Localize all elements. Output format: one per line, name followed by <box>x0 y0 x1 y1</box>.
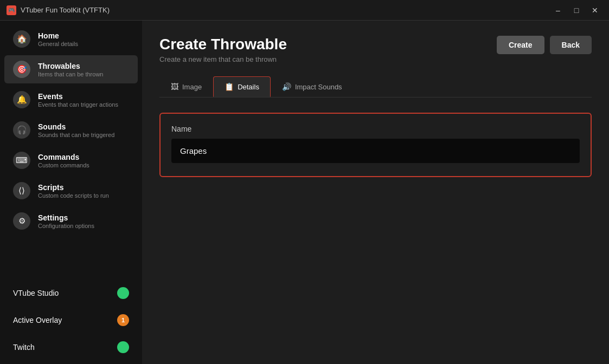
impact-sounds-tab-label: Impact Sounds <box>295 83 342 91</box>
name-label: Name <box>171 125 580 133</box>
sidebar-item-scripts[interactable]: ⟨⟩ Scripts Custom code scripts to run <box>4 177 138 205</box>
sidebar-item-twitch[interactable]: Twitch <box>4 335 138 360</box>
content-area: Create Throwable Create a new item that … <box>142 21 609 364</box>
sidebar-desc-home: General details <box>38 41 78 47</box>
back-button[interactable]: Back <box>550 36 592 54</box>
create-button[interactable]: Create <box>497 36 544 54</box>
name-input[interactable] <box>171 139 580 163</box>
image-tab-label: Image <box>182 83 202 91</box>
minimize-button[interactable]: – <box>550 4 566 16</box>
throwables-icon: 🎯 <box>13 61 30 78</box>
close-button[interactable]: ✕ <box>587 4 602 16</box>
app-icon: 🎮 <box>7 5 16 15</box>
sidebar-label-home: Home <box>38 31 78 40</box>
impact-sounds-tab-icon: 🔊 <box>282 82 291 91</box>
header-buttons: Create Back <box>497 36 592 54</box>
sidebar-item-home[interactable]: 🏠 Home General details <box>4 25 138 53</box>
twitch-status <box>117 341 129 353</box>
maximize-button[interactable]: □ <box>569 4 584 16</box>
title-bar-left: 🎮 VTuber Fun ToolKit (VTFTK) <box>7 5 110 15</box>
events-icon: 🔔 <box>13 91 30 108</box>
sidebar-label-settings: Settings <box>38 213 94 222</box>
details-tab-icon: 📋 <box>225 82 234 91</box>
sidebar-item-vtube-studio[interactable]: VTube Studio <box>4 281 138 306</box>
sidebar-item-active-overlay[interactable]: Active Overlay 1 <box>4 308 138 333</box>
app-title: VTuber Fun ToolKit (VTFTK) <box>21 6 110 14</box>
sidebar-desc-commands: Custom commands <box>38 162 89 168</box>
vtube-studio-label: VTube Studio <box>13 289 59 297</box>
sidebar-item-commands[interactable]: ⌨ Commands Custom commands <box>4 146 138 174</box>
sidebar-item-events[interactable]: 🔔 Events Events that can trigger actions <box>4 86 138 114</box>
image-tab-icon: 🖼 <box>171 82 178 91</box>
tab-image[interactable]: 🖼 Image <box>159 76 213 97</box>
name-form-group: Name <box>159 113 592 177</box>
tab-details[interactable]: 📋 Details <box>213 76 271 97</box>
sidebar-desc-settings: Configuration options <box>38 223 94 229</box>
active-overlay-label: Active Overlay <box>13 316 62 324</box>
twitch-label: Twitch <box>13 343 35 352</box>
sidebar: 🏠 Home General details 🎯 Throwables Item… <box>0 21 142 364</box>
tabs-bar: 🖼 Image 📋 Details 🔊 Impact Sounds <box>159 76 592 98</box>
vtube-studio-status <box>117 287 129 299</box>
home-icon: 🏠 <box>13 30 30 48</box>
settings-icon: ⚙ <box>13 212 30 230</box>
sidebar-label-scripts: Scripts <box>38 183 109 192</box>
sidebar-desc-events: Events that can trigger actions <box>38 101 118 108</box>
sidebar-label-sounds: Sounds <box>38 122 114 131</box>
sidebar-desc-throwables: Items that can be thrown <box>38 71 103 77</box>
sidebar-label-throwables: Throwables <box>38 62 103 70</box>
sidebar-label-events: Events <box>38 92 118 101</box>
content-header: Create Throwable Create a new item that … <box>159 36 592 63</box>
page-subtitle: Create a new item that can be thrown <box>159 55 287 63</box>
sidebar-item-settings[interactable]: ⚙ Settings Configuration options <box>4 207 138 235</box>
scripts-icon: ⟨⟩ <box>13 182 30 199</box>
tab-impact-sounds[interactable]: 🔊 Impact Sounds <box>271 76 354 97</box>
sidebar-item-sounds[interactable]: 🎧 Sounds Sounds that can be triggered <box>4 116 138 144</box>
window-controls: – □ ✕ <box>550 4 602 16</box>
details-tab-label: Details <box>238 83 259 91</box>
sidebar-desc-sounds: Sounds that can be triggered <box>38 132 114 138</box>
sidebar-label-commands: Commands <box>38 153 89 161</box>
sidebar-desc-scripts: Custom code scripts to run <box>38 192 109 199</box>
active-overlay-badge: 1 <box>117 314 129 326</box>
commands-icon: ⌨ <box>13 152 30 169</box>
sidebar-item-throwables[interactable]: 🎯 Throwables Items that can be thrown <box>4 55 138 83</box>
main-layout: 🏠 Home General details 🎯 Throwables Item… <box>0 21 609 364</box>
page-title: Create Throwable <box>159 36 287 53</box>
sounds-icon: 🎧 <box>13 121 30 139</box>
title-bar: 🎮 VTuber Fun ToolKit (VTFTK) – □ ✕ <box>0 0 609 21</box>
title-group: Create Throwable Create a new item that … <box>159 36 287 63</box>
